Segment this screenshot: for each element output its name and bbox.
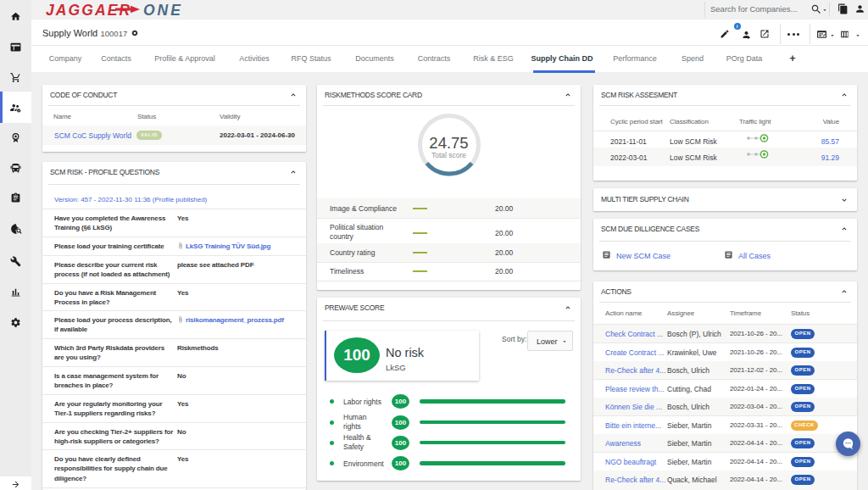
svg-text:ONE: ONE xyxy=(143,2,183,18)
